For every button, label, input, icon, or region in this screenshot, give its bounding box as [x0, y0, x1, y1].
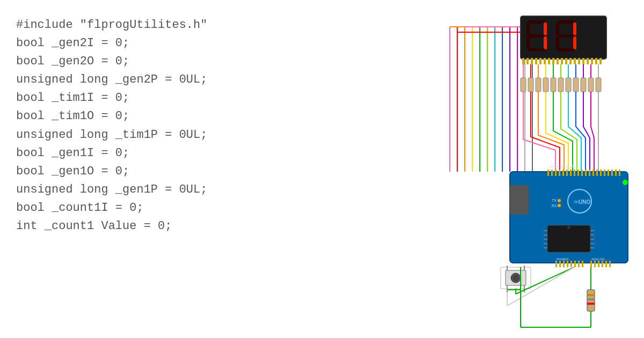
svg-rect-41 — [536, 78, 541, 92]
diagram-panel: ∞ UNO DIGITAL (PWM ~) — [258, 0, 644, 338]
svg-rect-71 — [562, 170, 564, 176]
svg-rect-84 — [611, 170, 613, 176]
code-line-2: bool _gen2I = 0; — [16, 34, 241, 53]
svg-rect-87 — [590, 261, 592, 267]
svg-rect-81 — [600, 170, 602, 176]
svg-rect-99 — [578, 261, 580, 267]
svg-rect-90 — [602, 261, 603, 267]
svg-rect-77 — [585, 170, 587, 176]
rx-led — [558, 204, 561, 207]
code-line-6: bool _tim1O = 0; — [16, 107, 241, 126]
analog-label: ANALOG — [591, 258, 605, 261]
svg-rect-121 — [587, 294, 595, 296]
arduino-usb-port — [510, 185, 529, 215]
circuit-diagram: ∞ UNO DIGITAL (PWM ~) — [258, 0, 644, 338]
code-line-4: unsigned long _gen2P = 0UL; — [16, 71, 241, 89]
seg-d1-bot — [529, 48, 545, 52]
svg-rect-93 — [555, 261, 557, 267]
svg-rect-78 — [589, 170, 590, 176]
svg-rect-24 — [561, 58, 563, 64]
svg-rect-47 — [551, 78, 556, 92]
svg-rect-17 — [531, 58, 533, 64]
svg-rect-80 — [596, 170, 598, 176]
svg-rect-123 — [587, 303, 595, 305]
svg-rect-62 — [588, 78, 594, 92]
svg-rect-38 — [528, 78, 533, 92]
svg-rect-69 — [555, 170, 557, 176]
svg-rect-19 — [539, 58, 541, 64]
svg-rect-94 — [559, 261, 561, 267]
code-line-3: bool _gen2O = 0; — [16, 53, 241, 71]
seg-d2-topright — [573, 23, 576, 35]
arduino-logo-text: ∞ — [574, 197, 579, 205]
svg-rect-32 — [595, 58, 597, 64]
code-panel: #include "flprogUtilites.h" bool _gen2I … — [0, 0, 258, 338]
code-line-5: bool _tim1I = 0; — [16, 89, 241, 107]
svg-rect-20 — [544, 58, 546, 64]
svg-rect-122 — [587, 298, 595, 300]
svg-rect-15 — [522, 58, 524, 64]
svg-rect-27 — [574, 58, 576, 64]
seg-d2-botright — [573, 36, 576, 49]
svg-rect-28 — [578, 58, 580, 64]
svg-rect-73 — [570, 170, 572, 176]
svg-rect-18 — [535, 58, 537, 64]
svg-rect-89 — [598, 261, 599, 267]
svg-rect-100 — [582, 261, 583, 267]
arduino-power-led — [623, 180, 628, 185]
svg-rect-30 — [587, 58, 589, 64]
seg-d2-mid — [558, 34, 574, 38]
svg-rect-76 — [581, 170, 583, 176]
arduino-chip — [547, 225, 590, 252]
svg-rect-96 — [567, 261, 568, 267]
seg-d2-botleft — [556, 36, 559, 49]
svg-rect-85 — [615, 170, 617, 176]
svg-rect-31 — [591, 58, 593, 64]
svg-rect-23 — [557, 58, 559, 64]
seg-d2-bot — [558, 48, 574, 52]
rx-label: RX — [552, 204, 557, 208]
svg-rect-75 — [577, 170, 579, 176]
svg-rect-79 — [592, 170, 594, 176]
svg-rect-70 — [559, 170, 560, 176]
seg-d1-mid — [529, 34, 545, 38]
svg-rect-22 — [552, 58, 554, 64]
svg-rect-74 — [574, 170, 575, 176]
svg-rect-35 — [521, 78, 526, 92]
code-line-12: int _count1 Value = 0; — [16, 217, 241, 236]
svg-rect-44 — [543, 78, 548, 92]
svg-rect-86 — [619, 170, 620, 176]
code-line-7: unsigned long _tim1P = 0UL; — [16, 126, 241, 144]
seg-d1-topleft — [526, 23, 530, 35]
svg-rect-33 — [599, 58, 602, 64]
svg-rect-88 — [594, 261, 596, 267]
seg-d1-topright — [544, 23, 547, 35]
button-cap-inner — [513, 275, 519, 281]
svg-rect-29 — [582, 58, 584, 64]
code-line-9: bool _gen1O = 0; — [16, 163, 241, 181]
seg-d1-top — [529, 20, 545, 24]
svg-rect-83 — [608, 170, 609, 176]
svg-rect-25 — [565, 58, 567, 64]
svg-rect-65 — [596, 78, 601, 92]
tx-label: TX — [552, 199, 557, 202]
tx-led — [558, 199, 561, 202]
code-line-1: #include "flprogUtilites.h" — [16, 16, 241, 34]
svg-rect-21 — [548, 58, 550, 64]
svg-rect-26 — [569, 58, 572, 64]
svg-rect-98 — [574, 261, 576, 267]
svg-rect-53 — [566, 78, 571, 92]
svg-rect-95 — [563, 261, 565, 267]
svg-rect-50 — [558, 78, 564, 92]
seg-d2-topleft — [556, 23, 559, 35]
svg-rect-72 — [566, 170, 568, 176]
svg-rect-91 — [605, 261, 607, 267]
code-line-11: bool _count1I = 0; — [16, 199, 241, 217]
svg-rect-68 — [551, 170, 553, 176]
seg-d1-botright — [544, 36, 547, 49]
digital-pin-label: DIGITAL (PWM ~) — [550, 165, 580, 169]
svg-rect-82 — [604, 170, 605, 176]
svg-point-111 — [567, 226, 570, 229]
seg-d1-botleft — [526, 36, 530, 49]
svg-rect-92 — [609, 261, 611, 267]
